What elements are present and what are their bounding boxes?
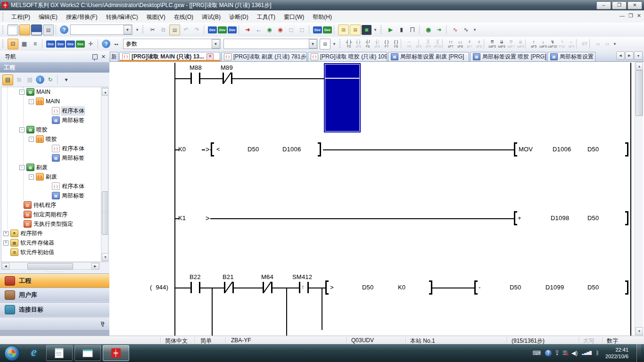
tab-scroll-right-icon[interactable]: ▶ bbox=[625, 51, 634, 60]
nav-more-buttons-area[interactable]: » ▾ bbox=[0, 317, 109, 330]
find-binoculars-icon[interactable]: ●● bbox=[111, 39, 121, 49]
tree-item[interactable]: 待机程序 bbox=[1, 200, 108, 210]
read-from-plc-icon[interactable]: ← bbox=[254, 25, 264, 35]
separator[interactable] bbox=[339, 39, 342, 49]
scrollbar-thumb[interactable] bbox=[636, 70, 643, 116]
invert-operation-tool[interactable]: ↯caF10 bbox=[548, 38, 557, 50]
inline-st-tool[interactable]: ST bbox=[580, 38, 589, 50]
splitter-handle[interactable]: ········· bbox=[0, 270, 109, 273]
separator[interactable] bbox=[309, 25, 311, 34]
pulse-close-branch-tool[interactable]: ⇊saF8 bbox=[516, 38, 525, 50]
output-window-icon[interactable]: ≡ bbox=[30, 39, 40, 49]
undo-icon[interactable]: ↶ bbox=[181, 25, 191, 35]
tree-horizontal-scrollbar[interactable]: ◀ ▶ bbox=[1, 262, 100, 270]
menu-item[interactable]: 在线(O) bbox=[170, 12, 198, 22]
pulse-close-tool[interactable]: ⇊saF6 bbox=[497, 38, 506, 50]
ladder-monitor-start-icon[interactable]: ▶ bbox=[386, 25, 396, 35]
nav-new-icon[interactable]: ▤ bbox=[2, 74, 13, 85]
title-bar[interactable]: ╪ MELSOFT系列 GX Works2 C:\Users\Administr… bbox=[0, 0, 644, 11]
chevron-down-icon[interactable]: ▼ bbox=[212, 39, 220, 49]
chevron-down-icon[interactable]: ▼ bbox=[309, 39, 317, 49]
separator[interactable] bbox=[380, 25, 383, 34]
menu-item[interactable]: 帮助(H) bbox=[308, 12, 336, 22]
tab-scroll-left-icon[interactable]: ◀ bbox=[616, 51, 625, 60]
close-branch-tool[interactable]: ┧/sF6 bbox=[372, 38, 382, 50]
rising-pulse-branch-tool[interactable]: ⇞aF7 bbox=[465, 38, 474, 50]
device-comment2-icon[interactable]: Dev bbox=[46, 41, 55, 48]
nav-copy-icon[interactable]: ⧉ bbox=[14, 75, 24, 85]
extra-tool-2[interactable]: ▭ bbox=[603, 38, 612, 50]
separator[interactable] bbox=[204, 25, 206, 34]
nav-info-icon[interactable]: i bbox=[36, 75, 44, 84]
editor-tab[interactable]: 局部标签设置 剔废 [PRG] bbox=[388, 52, 469, 61]
nav-sort-icon[interactable]: ▾ bbox=[61, 75, 71, 85]
comment-display-icon[interactable]: ▤ bbox=[338, 25, 349, 35]
paste-icon[interactable]: ▤ bbox=[169, 25, 180, 35]
menu-item[interactable]: 视图(V) bbox=[142, 12, 170, 22]
tree-item[interactable]: 程序本体 bbox=[1, 181, 108, 191]
start-button[interactable] bbox=[4, 346, 20, 361]
separator[interactable] bbox=[57, 75, 59, 84]
tree-item[interactable]: - 剔废 bbox=[1, 172, 108, 181]
tree-item[interactable]: 程序本体 bbox=[1, 106, 108, 115]
tree-vertical-scrollbar[interactable]: ▲ :::: ▼ bbox=[101, 87, 108, 262]
internet-explorer-icon[interactable]: e bbox=[31, 345, 37, 359]
pulse-open-branch-tool[interactable]: ⇈saF7 bbox=[506, 38, 516, 50]
ladder-monitor-stop-icon[interactable]: ▮ bbox=[396, 25, 406, 35]
menu-item[interactable]: 搜索/替换(F) bbox=[62, 12, 102, 22]
scroll-up-icon[interactable]: ▲ bbox=[636, 62, 643, 70]
tree-item[interactable]: - 喷胶 bbox=[1, 134, 108, 144]
editor-tab[interactable]: 局部标签设置 bbox=[547, 52, 595, 61]
pin-icon[interactable] bbox=[92, 54, 98, 59]
monitor-resume-icon[interactable]: ◻ bbox=[297, 25, 307, 35]
menu-item[interactable]: 编辑(E) bbox=[34, 12, 62, 22]
project-combo[interactable]: ▼ bbox=[70, 25, 132, 35]
menu-item[interactable]: 诊断(D) bbox=[225, 12, 253, 22]
device-jump-icon[interactable]: ➜ bbox=[434, 25, 444, 35]
pulse-result-tool[interactable]: ↓caF5 bbox=[538, 38, 548, 50]
sampling-trace-icon[interactable]: ∿ bbox=[450, 25, 460, 35]
help-icon[interactable]: ? bbox=[60, 25, 68, 34]
tree-expander[interactable]: - bbox=[29, 137, 34, 142]
tree-item[interactable]: 局部标签 bbox=[1, 115, 108, 125]
nav-paste-icon[interactable]: ▤ bbox=[25, 75, 35, 85]
redo-icon[interactable]: ↷ bbox=[192, 25, 202, 35]
print-icon[interactable]: ▤ bbox=[43, 25, 54, 35]
show-desktop-button[interactable] bbox=[636, 344, 641, 362]
scroll-down-icon[interactable]: ▼ bbox=[102, 253, 108, 261]
mdi-close-icon[interactable]: ✕ bbox=[637, 13, 641, 19]
scroll-up-icon[interactable]: ▲ bbox=[102, 88, 108, 96]
menu-item[interactable]: 工程(P) bbox=[7, 12, 34, 22]
ladder-selection-cursor[interactable] bbox=[324, 63, 361, 132]
bluetooth-icon[interactable]: ᛒ bbox=[596, 350, 599, 356]
statement-display-icon[interactable]: ▤ bbox=[350, 25, 361, 35]
device-io-icon[interactable]: Dev bbox=[228, 26, 237, 33]
scrollbar-thumb[interactable]: :::: bbox=[102, 191, 108, 235]
editor-tab[interactable]: 新 bbox=[110, 52, 118, 61]
separator[interactable] bbox=[56, 25, 58, 34]
pulse-open-tool[interactable]: ⇈saF5 bbox=[487, 38, 497, 50]
mdi-restore-icon[interactable]: ❐ bbox=[628, 13, 633, 19]
network-icon[interactable]: ▂▄▆█ bbox=[582, 350, 592, 356]
new-project-icon[interactable] bbox=[8, 25, 18, 35]
taskbar-gxworks2-button[interactable]: ╪ bbox=[103, 345, 129, 361]
panel-close-icon[interactable]: ✕ bbox=[101, 54, 106, 60]
extra-tool-1[interactable]: ▭ bbox=[593, 38, 603, 50]
maximize-button[interactable]: ❐ bbox=[612, 1, 627, 9]
separator[interactable] bbox=[419, 25, 421, 34]
toolbar-overflow-icon[interactable]: ▾ bbox=[472, 25, 478, 35]
tree-item[interactable]: - 喷胶 bbox=[1, 125, 108, 134]
tree-item[interactable]: - 剔废 bbox=[1, 163, 108, 172]
editor-tab[interactable]: [PRG]读取 喷胶 (只读) 109步 bbox=[308, 52, 387, 61]
tab-close-icon[interactable]: × bbox=[206, 53, 214, 60]
separator[interactable] bbox=[334, 25, 336, 34]
falling-pulse-branch-tool[interactable]: ⇟aF8 bbox=[474, 38, 484, 50]
inline-st-box-tool[interactable]: └F10 bbox=[557, 38, 567, 50]
tree-expander[interactable]: - bbox=[29, 99, 34, 104]
navigation-mode-button[interactable]: 用户库 bbox=[0, 288, 109, 302]
taskbar-clock[interactable]: 22:41 2022/10/6 bbox=[605, 346, 628, 360]
toolbar-overflow-icon[interactable]: ▾ bbox=[134, 25, 140, 35]
vertical-line-tool[interactable]: │sF9 bbox=[414, 38, 423, 50]
monitor-stop-icon[interactable]: ◉ bbox=[275, 25, 285, 35]
monitor-start-icon[interactable]: ◉ bbox=[264, 25, 274, 35]
